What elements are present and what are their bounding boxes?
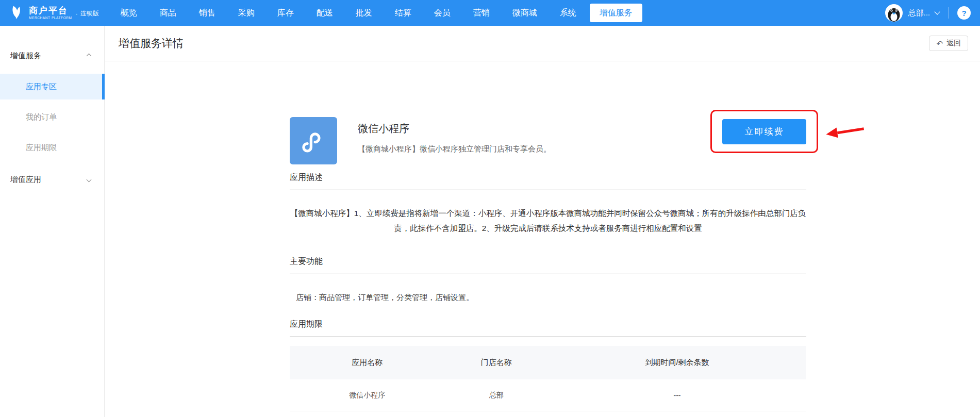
brand-subtitle: MERCHANT PLATFORM: [29, 16, 72, 20]
nav-item-inventory[interactable]: 库存: [266, 0, 305, 26]
brand-logo: 商户平台 MERCHANT PLATFORM · 连锁版: [7, 4, 99, 22]
nav-item-marketing[interactable]: 营销: [462, 0, 501, 26]
nav-item-settlement[interactable]: 结算: [384, 0, 423, 26]
topbar-right: 总部... ?: [885, 4, 971, 22]
nav-item-members[interactable]: 会员: [423, 0, 462, 26]
page-title: 增值服务详情: [119, 36, 184, 51]
wechat-miniprogram-icon: [290, 117, 337, 164]
table-header-row: 应用名称 门店名称 到期时间/剩余条数: [290, 346, 806, 379]
sidebar-item-app-zone[interactable]: 应用专区: [0, 74, 104, 99]
column-header-app-name: 应用名称: [290, 358, 445, 368]
red-highlight-box: 立即续费: [710, 110, 818, 153]
column-header-store-name: 门店名称: [445, 358, 548, 368]
merchant-platform-logo-icon: [7, 4, 25, 22]
nav-item-purchase[interactable]: 采购: [227, 0, 266, 26]
red-arrow-annotation: [825, 123, 865, 139]
section-heading-validity: 应用期限: [290, 319, 806, 337]
app-detail: 微信小程序 【微商城小程序】微信小程序独立管理门店和专享会员。 立即续费 应用描…: [290, 117, 806, 411]
brand-edition: · 连锁版: [76, 8, 99, 18]
nav-item-wholesale[interactable]: 批发: [344, 0, 384, 26]
column-header-expiry: 到期时间/剩余条数: [548, 358, 806, 368]
chevron-down-icon: [87, 177, 92, 182]
sidebar: 增值服务 应用专区 我的订单 应用期限 增值应用: [0, 26, 105, 417]
app-card: 微信小程序 【微商城小程序】微信小程序独立管理门店和专享会员。 立即续费: [290, 117, 806, 164]
table-row: 微信小程序 总部 ---: [290, 379, 806, 411]
brand-name: 商户平台: [29, 6, 72, 15]
chevron-up-icon: [87, 53, 92, 58]
arrow-head: [825, 127, 838, 139]
penguin-avatar-image: [885, 4, 903, 22]
nav-item-value-added-services[interactable]: 增值服务: [590, 4, 642, 22]
cell-app-name: 微信小程序: [290, 391, 445, 400]
nav-item-micro-mall[interactable]: 微商城: [501, 0, 549, 26]
avatar[interactable]: [885, 4, 903, 22]
nav-item-sales[interactable]: 销售: [188, 0, 227, 26]
sidebar-group-label: 增值服务: [10, 51, 41, 61]
back-button-label: 返回: [946, 39, 961, 48]
validity-table: 应用名称 门店名称 到期时间/剩余条数 微信小程序 总部 ---: [290, 346, 806, 411]
user-name[interactable]: 总部...: [908, 8, 930, 18]
nav-item-system[interactable]: 系统: [549, 0, 588, 26]
page-header: 增值服务详情 ↶ 返回: [105, 26, 980, 61]
main-nav: 概览 商品 销售 采购 库存 配送 批发 结算 会员 营销 微商城 系统 增值服…: [109, 0, 644, 26]
renew-now-button[interactable]: 立即续费: [722, 119, 806, 144]
nav-item-goods[interactable]: 商品: [148, 0, 188, 26]
back-button[interactable]: ↶ 返回: [929, 36, 968, 51]
sidebar-item-my-orders[interactable]: 我的订单: [0, 104, 104, 130]
brand-separator: ·: [76, 10, 78, 18]
sidebar-group-label: 增值应用: [10, 175, 41, 185]
sidebar-group-value-added-services[interactable]: 增值服务: [0, 41, 104, 70]
description-text: 【微商城小程序】1、立即续费是指将新增一个渠道：小程序、开通小程序版本微商城功能…: [290, 206, 806, 236]
sidebar-item-app-validity[interactable]: 应用期限: [0, 135, 104, 160]
chevron-down-icon[interactable]: [934, 9, 940, 14]
topbar: 商户平台 MERCHANT PLATFORM · 连锁版 概览 商品 销售 采购…: [0, 0, 980, 26]
main-content: 增值服务详情 ↶ 返回 微信小程序 【微商城小程序】微信小程序独立管理门店和专享…: [105, 26, 980, 417]
brand-edition-label: 连锁版: [80, 9, 99, 18]
topbar-divider: [949, 7, 949, 19]
features-text: 店铺：商品管理，订单管理，分类管理，店铺设置。: [290, 293, 806, 303]
nav-item-overview[interactable]: 概览: [109, 0, 148, 26]
brand-text: 商户平台 MERCHANT PLATFORM: [29, 6, 72, 20]
sidebar-group-value-added-apps[interactable]: 增值应用: [0, 165, 104, 194]
arrow-shaft: [837, 127, 864, 134]
back-arrow-icon: ↶: [936, 40, 943, 47]
cell-expiry: ---: [548, 391, 806, 399]
cell-store-name: 总部: [445, 391, 548, 400]
help-icon[interactable]: ?: [957, 6, 971, 20]
section-heading-features: 主要功能: [290, 256, 806, 274]
section-heading-description: 应用描述: [290, 172, 806, 190]
nav-item-delivery[interactable]: 配送: [305, 0, 344, 26]
